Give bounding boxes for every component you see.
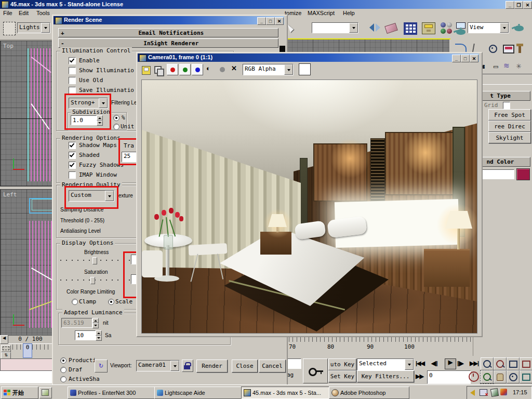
taskbar-item-lightscape[interactable]: Lightscape Aide — [154, 387, 242, 399]
next-frame-icon[interactable]: ||▶ — [457, 360, 463, 367]
close-button[interactable]: ✕ — [523, 1, 532, 9]
clear-icon[interactable]: ✕ — [231, 64, 237, 72]
maxscript-listener-white[interactable] — [0, 370, 52, 383]
brightness-slider[interactable] — [60, 257, 133, 264]
samples-spinner[interactable]: 10 — [75, 330, 102, 340]
monochrome-icon[interactable]: ◐ — [206, 64, 210, 72]
go-to-end-icon[interactable]: ▶▶| — [470, 360, 478, 367]
clamp-radio[interactable] — [72, 299, 78, 305]
region-zoom-icon[interactable] — [481, 370, 494, 383]
alpha-channel-icon[interactable] — [220, 67, 225, 72]
insight-renderer-rollout[interactable]: - InSight Renderer — [58, 38, 278, 48]
rollout-collapse-icon[interactable]: - — [61, 40, 64, 47]
show-illumination-checkbox[interactable] — [69, 67, 76, 74]
align-icon[interactable] — [384, 23, 398, 34]
green-channel-icon[interactable] — [179, 64, 191, 75]
scale-radio[interactable] — [108, 299, 114, 305]
close-button[interactable]: Close — [232, 360, 258, 373]
maximize-button[interactable]: □ — [461, 55, 470, 62]
taskbar-item-3dsmax-active[interactable]: 45.max - 3ds max 5 - Sta... — [241, 387, 329, 399]
category-systems-icon[interactable]: ✳ — [516, 62, 522, 70]
enable-checkbox[interactable] — [69, 57, 76, 64]
minimize-button[interactable]: _ — [452, 55, 461, 62]
light-type-dropdown[interactable] — [481, 74, 532, 85]
production-radio[interactable] — [60, 357, 66, 364]
pan-hand-icon[interactable] — [494, 370, 507, 383]
trackbar-frame-marker[interactable]: 0 — [23, 343, 32, 358]
zoom-extents-all-icon[interactable] — [520, 357, 532, 370]
mirror-icon[interactable] — [365, 23, 384, 33]
menu-help[interactable]: Help — [343, 10, 355, 16]
autogrid-checkbox[interactable] — [503, 102, 510, 109]
cancel-button[interactable]: Cancel — [259, 360, 286, 373]
previous-frame-icon[interactable]: ◀|| — [431, 360, 437, 367]
viewport-dropdown[interactable]: Camera01 — [136, 360, 180, 371]
background-color-swatch[interactable] — [299, 63, 311, 75]
current-frame-field[interactable]: 0 — [427, 370, 471, 384]
tray-app-icon[interactable] — [500, 389, 507, 395]
dropdown-arrow-icon[interactable] — [170, 361, 179, 371]
menu-maxscript[interactable]: MAXScript — [308, 10, 335, 16]
minimize-button[interactable]: _ — [257, 17, 266, 25]
free-spot-button[interactable]: Free Spot — [488, 109, 531, 121]
close-button[interactable]: ✕ — [470, 55, 478, 62]
timeline-ruler[interactable] — [285, 337, 472, 342]
named-selection-dropdown[interactable] — [312, 22, 358, 33]
menu-tools[interactable]: Tools — [36, 10, 50, 16]
marquee-selection-icon[interactable] — [3, 22, 16, 35]
dropdown-arrow-icon[interactable] — [500, 23, 509, 33]
taskbar-item-photoshop[interactable]: Adobe Photoshop — [329, 387, 409, 399]
use-old-checkbox[interactable] — [69, 77, 76, 84]
render-scene-icon[interactable] — [456, 22, 466, 35]
close-button[interactable]: ✕ — [275, 17, 284, 25]
start-button[interactable]: 开始 — [1, 387, 38, 399]
tablet-pen-icon[interactable] — [490, 388, 499, 397]
save-illumination-checkbox[interactable] — [69, 87, 76, 94]
saturation-slider[interactable] — [60, 276, 133, 284]
dropdown-arrow-icon[interactable] — [41, 23, 50, 33]
material-editor-icon[interactable] — [441, 22, 453, 34]
curve-editor-icon[interactable] — [422, 22, 435, 34]
imap-window-checkbox[interactable] — [69, 171, 76, 179]
menu-edit[interactable]: Edit — [19, 10, 29, 16]
shadow-maps-checkbox[interactable] — [69, 142, 76, 149]
clone-window-icon[interactable] — [154, 66, 162, 74]
render-type-dropdown[interactable]: View — [468, 22, 509, 33]
trackbar-ruler[interactable] — [12, 344, 52, 350]
minimize-button[interactable]: _ — [506, 1, 514, 9]
arc-rotate-icon[interactable] — [507, 370, 520, 383]
skylight-button[interactable]: Skylight — [488, 132, 531, 143]
layer-manager-icon[interactable] — [404, 22, 417, 35]
activeshade-radio[interactable] — [60, 376, 66, 382]
quick-launch-icon[interactable] — [39, 387, 52, 398]
zoom-icon[interactable] — [481, 357, 494, 370]
auto-key-button[interactable]: uto Key — [328, 358, 356, 370]
draft-radio[interactable] — [60, 367, 66, 373]
maximize-button[interactable]: □ — [266, 17, 275, 25]
tab-display-icon[interactable] — [503, 45, 514, 54]
unit-radio[interactable] — [113, 124, 119, 130]
rollout-expand-icon[interactable]: + — [61, 30, 64, 36]
volume-icon[interactable] — [470, 390, 475, 396]
set-keys-button[interactable] — [303, 358, 328, 383]
taskbar-item-enternet[interactable]: Profiles - EnterNet 300 — [68, 387, 155, 399]
set-key-button[interactable]: Set Key — [328, 370, 356, 382]
key-filters-button[interactable]: Key Filters... — [357, 370, 414, 382]
go-to-start-icon[interactable]: |◀◀ — [416, 360, 424, 367]
free-direct-button[interactable]: ree Direc — [488, 121, 531, 132]
dropdown-arrow-icon[interactable] — [405, 359, 414, 370]
percent-radio[interactable] — [113, 115, 119, 121]
select-arrow-icon[interactable] — [288, 23, 295, 33]
timeline-scroll-left-icon[interactable]: ◀ — [0, 335, 8, 344]
object-color-swatch[interactable] — [516, 168, 530, 180]
email-notifications-rollout[interactable]: + Email Notifications — [58, 28, 278, 37]
fuzzy-shadows-checkbox[interactable] — [69, 162, 76, 169]
zoom-extents-icon[interactable] — [507, 357, 520, 370]
render-button[interactable]: Render — [196, 360, 228, 373]
play-button[interactable]: ▶ — [445, 358, 456, 369]
dropdown-arrow-icon[interactable] — [284, 64, 293, 75]
tab-motion-icon[interactable] — [489, 45, 497, 53]
maxscript-listener-pink[interactable] — [0, 358, 52, 370]
save-bitmap-icon[interactable] — [142, 66, 151, 75]
key-mode-toggle-icon[interactable]: ▶▶ — [416, 373, 423, 380]
